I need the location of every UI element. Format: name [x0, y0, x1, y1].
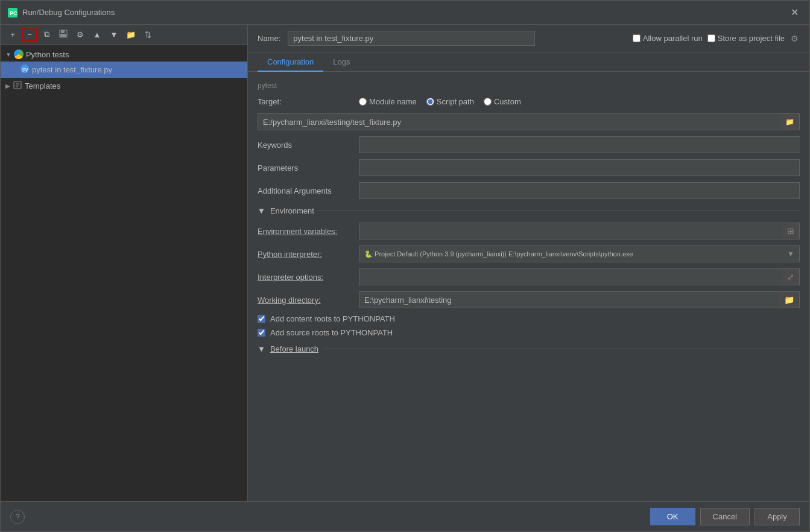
- apply-button[interactable]: Apply: [755, 508, 800, 525]
- bottom-right: OK Cancel Apply: [650, 508, 800, 525]
- folder-button[interactable]: 📁: [124, 27, 138, 42]
- python-interpreter-row: Python interpreter: 🐍 Project Default (P…: [258, 245, 800, 262]
- tab-configuration[interactable]: Configuration: [258, 52, 323, 72]
- pytest-item-icon: py: [20, 64, 30, 75]
- working-directory-input[interactable]: E:\pycharm_lianxi\testing: [359, 291, 779, 308]
- remove-config-button[interactable]: −: [22, 27, 37, 42]
- move-down-button[interactable]: ▼: [107, 27, 121, 42]
- target-radio-group: Module name Script path Custom: [359, 97, 521, 106]
- working-directory-row: Working directory: E:\pycharm_lianxi\tes…: [258, 291, 800, 308]
- templates-label: Templates: [25, 81, 60, 90]
- module-name-radio[interactable]: [359, 98, 367, 106]
- parameters-row: Parameters: [258, 159, 800, 176]
- before-launch-divider[interactable]: ▼ Before launch: [258, 344, 800, 353]
- title-bar: PC Run/Debug Configurations ✕: [1, 1, 809, 25]
- add-content-roots-label[interactable]: Add content roots to PYTHONPATH: [270, 314, 395, 323]
- svg-text:py: py: [22, 66, 28, 72]
- interpreter-options-input[interactable]: [359, 268, 782, 285]
- add-source-roots-label[interactable]: Add source roots to PYTHONPATH: [270, 328, 393, 337]
- additional-args-input[interactable]: [359, 182, 800, 199]
- divider-line: [319, 211, 800, 211]
- table-edit-icon: ⊞: [787, 226, 794, 236]
- target-row: Target: Module name Script path Custo: [258, 97, 800, 106]
- add-source-roots-checkbox[interactable]: [258, 329, 265, 337]
- python-interpreter-label: Python interpreter:: [258, 250, 354, 259]
- right-panel: Name: pytest in test_fixture.py Allow pa…: [248, 25, 809, 501]
- help-button[interactable]: ?: [10, 510, 25, 524]
- interpreter-options-btn[interactable]: ⤢: [782, 268, 800, 285]
- pytest-fixture-label: pytest in test_fixture.py: [32, 65, 112, 74]
- pycharm-icon: PC: [8, 8, 17, 17]
- store-project-label[interactable]: Store as project file: [707, 34, 785, 43]
- env-vars-row: Environment variables: ⊞: [258, 223, 800, 239]
- keywords-input-group: [359, 136, 800, 153]
- templates-icon: [13, 80, 22, 92]
- dialog-title: Run/Debug Configurations: [22, 8, 115, 17]
- svg-text:PC: PC: [10, 10, 17, 16]
- templates-header[interactable]: ▶ Templates: [1, 78, 247, 94]
- env-vars-input-group: ⊞: [359, 223, 800, 239]
- allow-parallel-label[interactable]: Allow parallel run: [633, 34, 703, 43]
- working-directory-label: Working directory:: [258, 296, 354, 305]
- settings-button[interactable]: ⚙: [73, 27, 87, 42]
- add-content-roots-checkbox[interactable]: [258, 315, 265, 323]
- environment-label: Environment: [270, 206, 314, 215]
- script-path-row: E:/pycharm_lianxi/testing/test_fixture.p…: [258, 113, 800, 130]
- folder-browse-icon: 📁: [785, 118, 794, 126]
- ok-button[interactable]: OK: [650, 508, 695, 525]
- save-config-button[interactable]: [56, 27, 71, 42]
- name-input[interactable]: pytest in test_fixture.py: [288, 31, 535, 46]
- svg-rect-4: [60, 34, 66, 37]
- interpreter-options-input-group: ⤢: [359, 268, 800, 285]
- working-directory-input-group: E:\pycharm_lianxi\testing 📁: [359, 291, 800, 308]
- env-vars-input[interactable]: [359, 223, 782, 239]
- parameters-label: Parameters: [258, 163, 354, 173]
- config-panel: pytest Target: Module name Script path: [248, 72, 809, 501]
- module-name-option[interactable]: Module name: [359, 97, 417, 106]
- arrow-up-icon: ▲: [93, 30, 101, 39]
- cancel-button[interactable]: Cancel: [700, 508, 750, 525]
- script-path-input[interactable]: E:/pycharm_lianxi/testing/test_fixture.p…: [258, 113, 780, 130]
- add-config-button[interactable]: +: [5, 27, 20, 42]
- python-tests-header[interactable]: ▼ Python tests: [1, 47, 247, 62]
- before-launch-label: Before launch: [270, 344, 318, 353]
- allow-parallel-checkbox[interactable]: [633, 34, 641, 42]
- pytest-fixture-item[interactable]: py pytest in test_fixture.py: [1, 62, 247, 78]
- config-gear-button[interactable]: ⚙: [789, 33, 800, 45]
- additional-args-row: Additional Arguments: [258, 182, 800, 199]
- title-bar-left: PC Run/Debug Configurations: [8, 8, 115, 17]
- select-dropdown-arrow: ▼: [787, 250, 794, 258]
- environment-section-divider[interactable]: ▼ Environment: [258, 206, 800, 215]
- close-button[interactable]: ✕: [787, 5, 802, 19]
- svg-rect-3: [61, 30, 65, 33]
- keywords-label: Keywords: [258, 141, 354, 150]
- move-up-button[interactable]: ▲: [90, 27, 104, 42]
- store-project-checkbox[interactable]: [707, 34, 715, 42]
- group-expand-arrow: ▼: [5, 51, 11, 58]
- python-interpreter-select[interactable]: 🐍 Project Default (Python 3.9 (pycharm_l…: [359, 245, 800, 262]
- minus-icon: −: [27, 30, 32, 39]
- arrow-down-icon: ▼: [110, 30, 118, 39]
- python-tests-icon: [14, 49, 24, 59]
- tab-logs[interactable]: Logs: [323, 52, 359, 72]
- script-path-option[interactable]: Script path: [426, 97, 474, 106]
- working-directory-browse-button[interactable]: 📁: [779, 291, 800, 308]
- parameters-input[interactable]: [359, 159, 800, 176]
- sort-icon: ⇅: [145, 30, 151, 39]
- add-source-roots-row: Add source roots to PYTHONPATH: [258, 328, 800, 337]
- name-bar: Name: pytest in test_fixture.py Allow pa…: [248, 25, 809, 52]
- copy-config-button[interactable]: ⧉: [39, 27, 54, 42]
- sort-button[interactable]: ⇅: [141, 27, 155, 42]
- sidebar-toolbar: + − ⧉: [1, 25, 247, 45]
- custom-radio[interactable]: [484, 98, 492, 106]
- sidebar-tree: ▼ Python tests py pytest in test_fixture…: [1, 45, 247, 501]
- name-label: Name:: [258, 34, 280, 43]
- keywords-input[interactable]: [359, 136, 800, 153]
- before-launch-arrow: ▼: [258, 344, 265, 353]
- env-vars-edit-button[interactable]: ⊞: [782, 223, 800, 239]
- custom-option[interactable]: Custom: [484, 97, 521, 106]
- interpreter-value: 🐍 Project Default (Python 3.9 (pycharm_l…: [364, 250, 785, 258]
- script-path-radio[interactable]: [426, 98, 434, 106]
- python-tests-label: Python tests: [26, 50, 69, 59]
- script-path-browse-button[interactable]: 📁: [780, 113, 800, 130]
